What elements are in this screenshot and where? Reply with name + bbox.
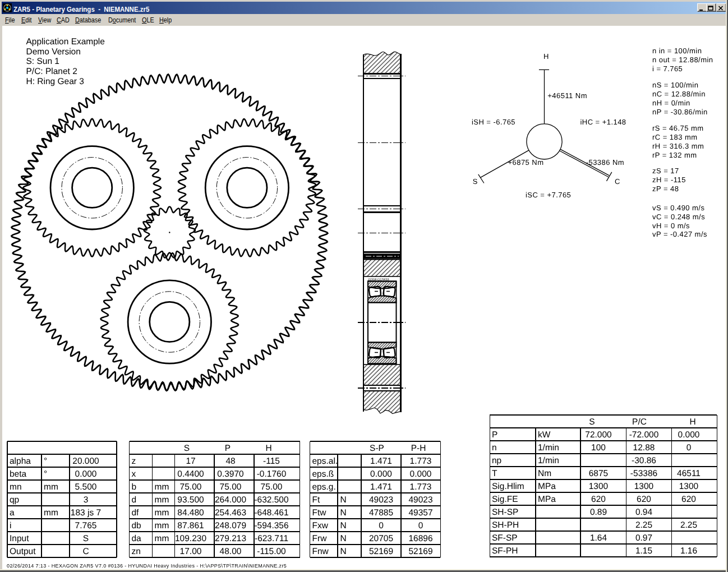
svg-text:254.463: 254.463 xyxy=(215,508,246,518)
svg-text:T: T xyxy=(492,469,497,478)
svg-text:S: S xyxy=(473,177,478,186)
svg-text:87.861: 87.861 xyxy=(177,521,204,531)
svg-text:0.4400: 0.4400 xyxy=(177,469,204,479)
svg-text:16896: 16896 xyxy=(408,534,432,543)
svg-text:49357: 49357 xyxy=(408,508,432,518)
svg-text:iSC = +7.765: iSC = +7.765 xyxy=(526,191,571,199)
svg-text:5.500: 5.500 xyxy=(75,482,97,492)
svg-text:np: np xyxy=(492,456,501,465)
svg-text:a: a xyxy=(10,508,15,518)
svg-text:264.000: 264.000 xyxy=(215,495,246,505)
svg-text:Application Example: Application Example xyxy=(26,37,105,47)
svg-text:20705: 20705 xyxy=(369,534,393,543)
svg-text:nC = 12.88/min: nC = 12.88/min xyxy=(652,90,706,98)
svg-text:0: 0 xyxy=(686,443,692,453)
svg-text:n: n xyxy=(492,443,497,453)
svg-text:1.15: 1.15 xyxy=(635,546,652,556)
svg-text:Fxw: Fxw xyxy=(312,521,329,531)
svg-text:vC = 0.248 m/s: vC = 0.248 m/s xyxy=(652,213,705,221)
svg-text:H: H xyxy=(265,444,271,453)
svg-text:H: H xyxy=(689,417,695,427)
svg-text:+46511 Nm: +46511 Nm xyxy=(547,91,587,100)
svg-text:rC = 183 mm: rC = 183 mm xyxy=(652,133,697,141)
svg-text:nP = -30.86/min: nP = -30.86/min xyxy=(652,108,708,116)
svg-text:N: N xyxy=(340,534,347,543)
svg-text:12.88: 12.88 xyxy=(633,443,655,453)
svg-text:eps.g.: eps.g. xyxy=(312,482,336,492)
svg-text:48: 48 xyxy=(225,456,235,466)
svg-text:zH = -115: zH = -115 xyxy=(652,176,686,184)
svg-text:-623.711: -623.711 xyxy=(255,534,288,543)
svg-text:Ft: Ft xyxy=(312,495,320,505)
svg-text:mm: mm xyxy=(155,534,169,543)
svg-text:S: S xyxy=(589,417,595,427)
svg-text:mm: mm xyxy=(44,482,58,492)
svg-text:1.64: 1.64 xyxy=(590,533,607,543)
svg-text:df: df xyxy=(132,508,140,518)
svg-text:-115.00: -115.00 xyxy=(257,547,286,556)
svg-text:49023: 49023 xyxy=(408,495,432,505)
svg-text:vS = 0.490 m/s: vS = 0.490 m/s xyxy=(652,204,704,212)
svg-text:mm: mm xyxy=(155,508,169,518)
svg-text:b: b xyxy=(132,482,137,492)
svg-text:i: i xyxy=(10,521,11,531)
svg-text:Input: Input xyxy=(10,534,29,543)
svg-text:84.480: 84.480 xyxy=(177,508,204,518)
svg-text:620: 620 xyxy=(591,495,606,504)
svg-text:nH = 0/min: nH = 0/min xyxy=(652,99,690,107)
svg-text:da: da xyxy=(132,534,142,543)
svg-text:rS = 46.75 mm: rS = 46.75 mm xyxy=(652,124,703,132)
svg-text:MPa: MPa xyxy=(538,495,556,504)
svg-text:-72.000: -72.000 xyxy=(629,430,659,440)
svg-text:0.97: 0.97 xyxy=(635,533,652,543)
svg-text:0.89: 0.89 xyxy=(590,508,607,517)
svg-text:1.773: 1.773 xyxy=(410,456,432,466)
svg-text:qp: qp xyxy=(10,495,19,505)
svg-text:52169: 52169 xyxy=(369,547,393,556)
svg-text:mn: mn xyxy=(10,482,22,492)
svg-text:48.00: 48.00 xyxy=(220,547,242,556)
svg-text:1.471: 1.471 xyxy=(370,456,392,466)
svg-text:-0.1760: -0.1760 xyxy=(257,469,287,479)
svg-text:vP = -0.427 m/s: vP = -0.427 m/s xyxy=(652,230,707,238)
svg-text:1300: 1300 xyxy=(679,482,699,491)
svg-text:n out = 12.88/min: n out = 12.88/min xyxy=(652,56,713,64)
svg-text:0.000: 0.000 xyxy=(370,469,392,479)
svg-text:P: P xyxy=(492,430,497,440)
svg-text:mm: mm xyxy=(44,508,58,518)
svg-text:iSH = -6.765: iSH = -6.765 xyxy=(472,118,515,126)
svg-text:P-H: P-H xyxy=(411,444,426,453)
svg-text:n in = 100/min: n in = 100/min xyxy=(652,47,702,55)
svg-text:zP = 48: zP = 48 xyxy=(652,184,679,193)
svg-text:+6875 Nm: +6875 Nm xyxy=(508,158,544,167)
svg-text:S-P: S-P xyxy=(370,444,384,453)
svg-text:620: 620 xyxy=(637,495,651,504)
svg-text:mm: mm xyxy=(155,482,169,492)
svg-text:0.94: 0.94 xyxy=(635,508,653,517)
svg-text:Sig.Hlim: Sig.Hlim xyxy=(492,482,524,491)
svg-text:46511: 46511 xyxy=(677,469,701,478)
svg-text:3: 3 xyxy=(84,495,89,505)
svg-text:mm: mm xyxy=(155,495,169,505)
svg-text:MPa: MPa xyxy=(538,482,556,491)
svg-text:C: C xyxy=(615,177,620,186)
svg-text:1.773: 1.773 xyxy=(410,482,432,492)
svg-text:db: db xyxy=(132,521,141,531)
svg-text:°: ° xyxy=(44,469,47,479)
svg-text:52169: 52169 xyxy=(408,547,432,556)
svg-text:beta: beta xyxy=(10,469,27,479)
svg-text:2.25: 2.25 xyxy=(680,520,697,530)
svg-text:SH-SP: SH-SP xyxy=(492,508,518,517)
svg-text:1.16: 1.16 xyxy=(680,546,697,556)
svg-text:d: d xyxy=(132,495,137,505)
svg-text:alpha: alpha xyxy=(10,456,31,466)
svg-text:P: P xyxy=(225,444,231,453)
svg-text:75.00: 75.00 xyxy=(180,482,202,492)
svg-text:20.000: 20.000 xyxy=(72,456,99,466)
svg-text:rP = 132 mm: rP = 132 mm xyxy=(652,151,697,159)
svg-text:1300: 1300 xyxy=(589,482,609,491)
svg-text:N: N xyxy=(340,508,347,518)
svg-text:°: ° xyxy=(44,456,47,466)
svg-text:P/C: Planet 2: P/C: Planet 2 xyxy=(26,67,77,76)
svg-text:0.000: 0.000 xyxy=(410,469,432,479)
